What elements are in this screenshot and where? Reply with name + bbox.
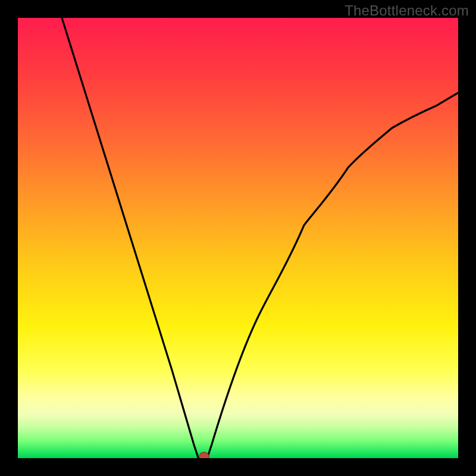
curve-path [62,18,458,458]
plot-area [18,18,458,458]
bottleneck-curve [18,18,458,458]
chart-frame: TheBottleneck.com [0,0,476,476]
watermark-text: TheBottleneck.com [345,2,469,19]
marker-dot [199,452,209,458]
